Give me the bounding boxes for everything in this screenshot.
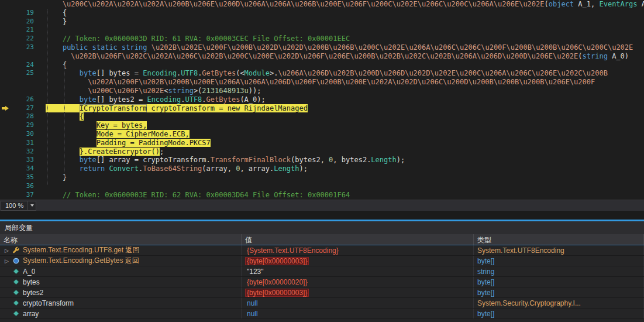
locals-value-cell[interactable]: {byte[0x00000003]} — [242, 287, 474, 297]
expander-icon[interactable]: ▷ — [2, 248, 11, 254]
code-line[interactable]: \u202B\u206F\u202C\u202A\u206C\u202B\u20… — [0, 52, 644, 61]
locals-panel-title[interactable]: 局部变量 — [0, 221, 644, 234]
code-line[interactable]: 21 — [0, 26, 644, 35]
code-line[interactable]: 30 Mode = CipherMode.ECB, — [0, 130, 644, 139]
locals-type-cell: System.Text.UTF8Encoding — [474, 245, 644, 255]
breakpoint-margin[interactable] — [0, 121, 11, 130]
changed-value: {byte[0x00000003]} — [245, 257, 309, 265]
code-token: (< — [236, 69, 244, 77]
code-token: >( — [194, 87, 202, 95]
code-line[interactable]: \u202A\u200F\u202B\u200B\u200E\u206A\u20… — [0, 78, 644, 87]
line-number — [11, 52, 36, 61]
code-line[interactable]: \u200C\u202A\u202A\u202A\u200B\u206E\u20… — [0, 0, 644, 9]
code-line[interactable]: 19 { — [0, 9, 644, 18]
breakpoint-margin[interactable] — [0, 0, 11, 9]
current-statement-margin[interactable] — [0, 104, 11, 113]
breakpoint-margin[interactable] — [0, 139, 11, 148]
code-token: object — [549, 0, 574, 8]
breakpoint-margin[interactable] — [0, 69, 11, 78]
column-header-1[interactable]: 值 — [242, 234, 474, 245]
locals-value-cell[interactable]: {System.Text.UTF8Encoding} — [242, 245, 474, 255]
code-token: string — [122, 43, 147, 52]
code-line[interactable]: 28 { — [0, 112, 644, 121]
locals-name-cell[interactable]: bytes2 — [0, 287, 242, 297]
locals-name-cell[interactable]: ▷System.Text.Encoding.UTF8.get 返回 — [0, 245, 242, 255]
breakpoint-margin[interactable] — [0, 191, 11, 200]
breakpoint-margin[interactable] — [0, 112, 11, 121]
zoom-level-dropdown[interactable]: 100 % — [1, 201, 36, 211]
code-editor[interactable]: \u200C\u202A\u202A\u202A\u200B\u206E\u20… — [0, 0, 644, 200]
locals-row[interactable]: ▷System.Text.Encoding.UTF8.get 返回{System… — [0, 245, 644, 256]
locals-name-cell[interactable]: bytes — [0, 277, 242, 287]
locals-name-cell[interactable]: A_0 — [0, 266, 242, 276]
code-token — [46, 104, 80, 112]
code-line[interactable]: 37 // Token: 0x0600003E RID: 62 RVA: 0x0… — [0, 191, 644, 200]
zoom-dropdown-button[interactable] — [27, 201, 36, 210]
code-line[interactable]: 27 ICryptoTransform cryptoTransform = ne… — [0, 104, 644, 113]
code-line[interactable]: \u200C\u206F\u202E<string>(2131648913u))… — [0, 87, 644, 95]
code-line[interactable]: 31 Padding = PaddingMode.PKCS7 — [0, 139, 644, 148]
breakpoint-margin[interactable] — [0, 130, 11, 139]
code-line[interactable]: 24 { — [0, 61, 644, 70]
breakpoint-margin[interactable] — [0, 165, 11, 173]
code-token — [46, 148, 80, 156]
breakpoint-margin[interactable] — [0, 9, 11, 18]
code-line[interactable]: 32 }.CreateEncryptor(); — [0, 148, 644, 156]
breakpoint-margin[interactable] — [0, 43, 11, 52]
breakpoint-margin[interactable] — [0, 87, 11, 95]
locals-row[interactable]: cryptoTransformnullSystem.Security.Crypt… — [0, 298, 644, 309]
code-token: A_2 — [638, 0, 644, 8]
variable-type: byte[] — [477, 289, 494, 297]
breakpoint-margin[interactable] — [0, 61, 11, 70]
column-header-2[interactable]: 类型 — [474, 234, 644, 245]
locals-name-cell[interactable]: cryptoTransform — [0, 298, 242, 308]
code-line[interactable]: 35 } — [0, 173, 644, 182]
locals-row[interactable]: ▷System.Text.Encoding.GetBytes 返回{byte[0… — [0, 256, 644, 266]
code-text: byte[] bytes = Encoding.UTF8.GetBytes(<M… — [36, 69, 644, 78]
code-line[interactable]: 34 return Convert.ToBase64String(array, … — [0, 165, 644, 173]
breakpoint-margin[interactable] — [0, 148, 11, 156]
code-text: \u200C\u202A\u202A\u202A\u200B\u206E\u20… — [36, 0, 644, 9]
locals-value-cell[interactable]: null — [242, 309, 474, 318]
indent-guide — [64, 61, 65, 179]
code-token: Encoding — [143, 69, 177, 77]
code-line[interactable]: 36 — [0, 182, 644, 191]
code-token: Convert — [109, 165, 139, 173]
code-token: ICryptoTransform — [80, 104, 147, 112]
chevron-down-icon — [30, 204, 34, 207]
breakpoint-margin[interactable] — [0, 78, 11, 87]
breakpoint-margin[interactable] — [0, 26, 11, 35]
code-token: EventArgs — [599, 0, 637, 8]
breakpoint-margin[interactable] — [0, 52, 11, 61]
code-line[interactable]: 23 public static string \u202B\u202E\u20… — [0, 43, 644, 52]
code-line[interactable]: 22 // Token: 0x0600003D RID: 61 RVA: 0x0… — [0, 35, 644, 43]
code-line[interactable]: 33 byte[] array = cryptoTransform.Transf… — [0, 156, 644, 165]
code-line[interactable]: 26 byte[] bytes2 = Encoding.UTF8.GetByte… — [0, 95, 644, 104]
code-line[interactable]: 29 Key = bytes, — [0, 121, 644, 130]
breakpoint-margin[interactable] — [0, 18, 11, 26]
locals-row[interactable]: bytes{byte[0x00000020]}byte[] — [0, 277, 644, 287]
code-token: Length — [371, 156, 396, 164]
locals-name-cell[interactable]: ▷System.Text.Encoding.GetBytes 返回 — [0, 256, 242, 266]
locals-value-cell[interactable]: null — [242, 298, 474, 308]
locals-name-cell[interactable]: array — [0, 309, 242, 318]
breakpoint-margin[interactable] — [0, 95, 11, 104]
variable-name: array — [23, 310, 39, 318]
column-header-0[interactable]: 名称 — [0, 234, 242, 245]
locals-row[interactable]: bytes2{byte[0x00000003]}byte[] — [0, 287, 644, 298]
breakpoint-margin[interactable] — [0, 35, 11, 43]
locals-row[interactable]: A_0"123"string — [0, 266, 644, 277]
variable-name: System.Text.Encoding.UTF8.get 返回 — [23, 245, 139, 255]
locals-value-cell[interactable]: "123" — [242, 266, 474, 276]
horizontal-scrollbar-area[interactable] — [0, 211, 644, 220]
locals-row[interactable]: arraynullbyte[] — [0, 309, 644, 319]
breakpoint-margin[interactable] — [0, 182, 11, 191]
breakpoint-margin[interactable] — [0, 173, 11, 182]
code-line[interactable]: 20 } — [0, 18, 644, 26]
code-line[interactable]: 25 byte[] bytes = Encoding.UTF8.GetBytes… — [0, 69, 644, 78]
locals-value-cell[interactable]: {byte[0x00000020]} — [242, 277, 474, 287]
local-icon — [11, 278, 20, 286]
expander-icon[interactable]: ▷ — [2, 258, 11, 264]
breakpoint-margin[interactable] — [0, 156, 11, 165]
locals-value-cell[interactable]: {byte[0x00000003]} — [242, 256, 474, 266]
